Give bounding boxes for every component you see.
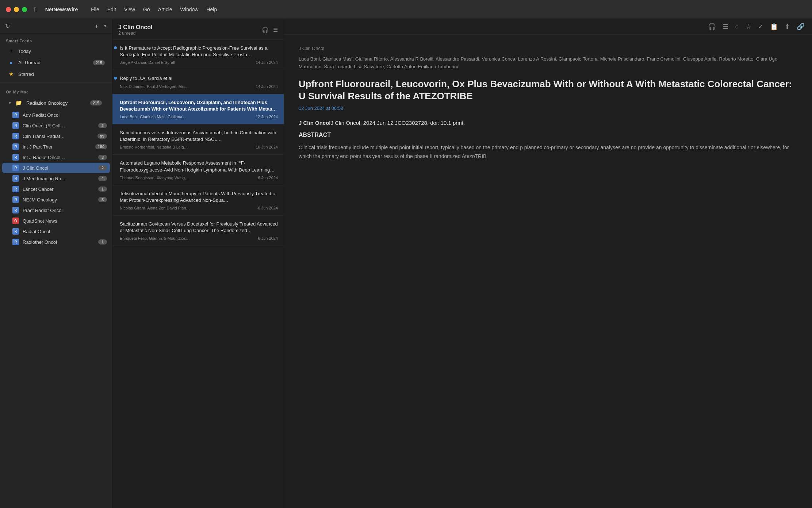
abstract-title: ABSTRACT [299, 132, 797, 138]
article-item-5[interactable]: Telisotuzumab Vedotin Monotherapy in Pat… [112, 185, 284, 216]
feed-label-0: Adv Radiat Oncol [23, 112, 107, 118]
articles-scroll[interactable]: Is It Premature to Accept Radiographic P… [112, 40, 284, 508]
all-unread-icon: ● [7, 59, 15, 66]
feed-icon-11: R [12, 228, 19, 235]
menu-item-help[interactable]: Help [203, 5, 220, 14]
article-item-1[interactable]: Reply to J.A. Garcia et alNick D James, … [112, 70, 284, 94]
feed-label-1: Clin Oncol (R Coll… [23, 123, 95, 128]
all-unread-badge: 215 [93, 60, 105, 65]
feed-icon-0: R [12, 112, 19, 118]
article-item-0[interactable]: Is It Premature to Accept Radiographic P… [112, 40, 284, 70]
feed-item-4[interactable]: RInt J Radiat Oncol…3 [2, 152, 110, 162]
feed-label-11: Radiat Oncol [23, 229, 107, 234]
starred-icon: ★ [7, 71, 15, 77]
article-list-header: J Clin Oncol 2 unread 🎧 ☰ [112, 19, 284, 40]
menu-item-view[interactable]: View [121, 5, 138, 14]
feed-item-10[interactable]: QQuadShot News [2, 216, 110, 226]
feed-icon-2: R [12, 133, 19, 139]
feed-item-8[interactable]: RNEJM Oncology3 [2, 195, 110, 205]
feed-icon-8: R [12, 196, 19, 203]
feed-item-2[interactable]: RClin Transl Radiat…99 [2, 131, 110, 141]
feed-item-1[interactable]: RClin Oncol (R Coll…2 [2, 120, 110, 131]
close-button[interactable] [6, 7, 11, 12]
feed-label-5: J Clin Oncol [23, 165, 95, 171]
feed-badge-8: 3 [98, 197, 107, 202]
star-reader-icon[interactable]: ☆ [746, 23, 751, 31]
feed-item-7[interactable]: RLancet Cancer1 [2, 184, 110, 194]
feed-item-5[interactable]: RJ Clin Oncol2 [2, 163, 110, 173]
smart-feeds-label: Smart Feeds [0, 34, 112, 45]
article-reader: 🎧 ☰ ○ ☆ ✓ 📋 ⬆ 🔗 J Clin Oncol Luca Boni, … [284, 19, 812, 508]
article-meta-3: Ernesto Korbenfeld, Natasha B Leig…10 Ju… [118, 145, 278, 149]
feed-icon-4: R [12, 154, 19, 161]
minimize-button[interactable] [14, 7, 19, 12]
article-item-3[interactable]: Subcutaneous versus Intravenous Amivanta… [112, 124, 284, 155]
article-date-6: 6 Jun 2024 [258, 236, 278, 240]
radiation-oncology-group: ▼ 📁 Radiation Oncology 215 [0, 96, 112, 109]
feed-item-0[interactable]: RAdv Radiat Oncol [2, 110, 110, 120]
reader-date: 12 Jun 2024 at 06:58 [299, 105, 797, 111]
feed-item-6[interactable]: RJ Med Imaging Ra…4 [2, 173, 110, 184]
menu-item-edit[interactable]: Edit [104, 5, 119, 14]
article-list-toolbar: 🎧 ☰ [262, 27, 278, 33]
link-icon[interactable]: 🔗 [797, 23, 805, 31]
unread-dot-1 [114, 77, 117, 80]
article-item-4[interactable]: Automated Lugano Metabolic Response Asse… [112, 155, 284, 185]
sidebar-item-today[interactable]: ☀ Today [2, 46, 110, 57]
podcast-icon[interactable]: 🎧 [262, 27, 269, 33]
feed-badge-1: 2 [98, 123, 107, 128]
list-icon[interactable]: ☰ [273, 27, 278, 33]
feed-badge-2: 99 [97, 134, 107, 139]
sidebar-divider [0, 82, 112, 82]
menu-item-file[interactable]: File [88, 5, 102, 14]
article-meta-6: Enriqueta Felip, Giannis S Mountzios…6 J… [118, 236, 278, 240]
list-reader-icon[interactable]: ☰ [723, 23, 728, 31]
reader-content: J Clin Oncol Luca Boni, Gianluca Masi, G… [284, 35, 812, 508]
reader-toolbar: 🎧 ☰ ○ ☆ ✓ 📋 ⬆ 🔗 [284, 19, 812, 35]
article-author-3: Ernesto Korbenfeld, Natasha B Leig… [120, 145, 253, 149]
article-date-2: 12 Jun 2024 [256, 115, 278, 119]
article-title-1: Reply to J.A. Garcia et al [118, 75, 278, 82]
reader-feed-name: J Clin Oncol [299, 46, 797, 51]
article-date-0: 14 Jun 2024 [256, 60, 278, 65]
menu-item-window[interactable]: Window [177, 5, 202, 14]
feed-label-2: Clin Transl Radiat… [23, 134, 94, 139]
article-meta-5: Nicolas Girard, Alona Zer, David Plan…6 … [118, 206, 278, 210]
article-date-3: 10 Jun 2024 [256, 145, 278, 149]
article-date-1: 14 Jun 2024 [256, 84, 278, 89]
feed-icon-5: R [12, 165, 19, 171]
new-feed-button[interactable]: + [95, 23, 98, 30]
article-item-2[interactable]: Upfront Fluorouracil, Leucovorin, Oxalip… [112, 94, 284, 124]
check-icon[interactable]: ✓ [758, 23, 763, 31]
unread-dot-0 [114, 46, 117, 49]
feed-badge-5: 2 [98, 165, 107, 170]
sidebar-item-all-unread[interactable]: ● All Unread 215 [2, 57, 110, 68]
feed-unread: 2 unread [118, 31, 152, 36]
article-title-4: Automated Lugano Metabolic Response Asse… [118, 160, 278, 173]
feed-info: J Clin Oncol 2 unread [118, 24, 152, 36]
article-title-0: Is It Premature to Accept Radiographic P… [118, 45, 278, 58]
refresh-button[interactable]: ↻ [5, 23, 10, 30]
fullscreen-button[interactable] [22, 7, 27, 12]
sidebar-item-starred[interactable]: ★ Starred [2, 69, 110, 80]
article-meta-1: Nick D James, Paul J Verhagen, Mic…14 Ju… [118, 84, 278, 89]
feed-label-10: QuadShot News [23, 218, 107, 224]
reader-authors: Luca Boni, Gianluca Masi, Giuliana Ritor… [299, 55, 797, 71]
menu-item-article[interactable]: Article [155, 5, 175, 14]
article-title-5: Telisotuzumab Vedotin Monotherapy in Pat… [118, 190, 278, 204]
apple-logo-icon:  [34, 6, 37, 13]
podcast-reader-icon[interactable]: 🎧 [708, 23, 716, 31]
article-item-6[interactable]: Sacituzumab Govitecan Versus Docetaxel f… [112, 216, 284, 246]
notes-icon[interactable]: 📋 [770, 23, 778, 31]
share-icon[interactable]: ⬆ [785, 23, 790, 31]
menu-item-go[interactable]: Go [140, 5, 153, 14]
feed-item-3[interactable]: RInt J Part Ther100 [2, 142, 110, 152]
radiation-oncology-header[interactable]: ▼ 📁 Radiation Oncology 215 [5, 97, 107, 108]
group-label: Radiation Oncology [26, 100, 87, 106]
folder-icon: 📁 [15, 100, 23, 106]
new-feed-chevron[interactable]: ▼ [103, 24, 107, 28]
feed-item-11[interactable]: RRadiat Oncol [2, 226, 110, 236]
circle-icon[interactable]: ○ [735, 23, 739, 31]
feed-item-12[interactable]: RRadiother Oncol1 [2, 237, 110, 247]
feed-item-9[interactable]: RPract Radiat Oncol [2, 205, 110, 215]
